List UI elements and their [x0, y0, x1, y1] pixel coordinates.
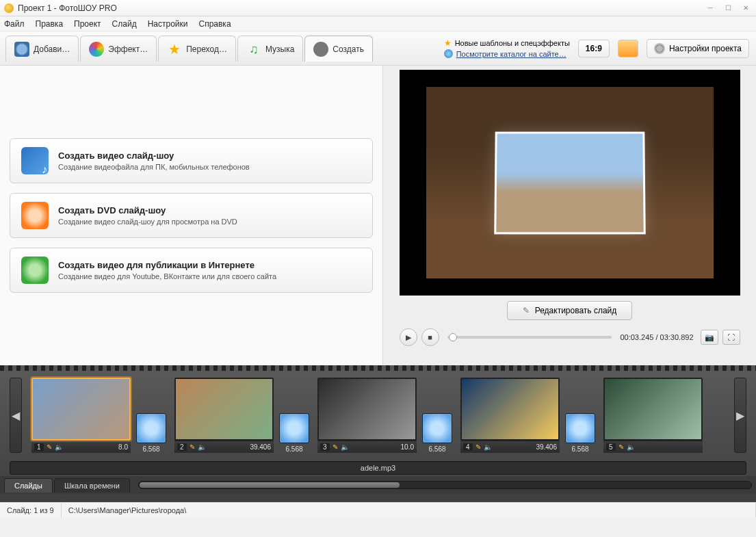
fullscreen-button[interactable]: ⛶ [722, 330, 740, 345]
create-dvd-title: Создать DVD слайд-шоу [58, 205, 237, 215]
menu-settings[interactable]: Настройки [148, 19, 188, 29]
maximize-button[interactable]: ☐ [720, 3, 735, 14]
slide-2-duration: 39.406 [250, 443, 271, 451]
create-video-desc: Создание видеофайла для ПК, мобильных те… [58, 163, 250, 171]
slide-1[interactable]: 1✎🔈8.0 [31, 378, 131, 453]
tab-transitions[interactable]: ★Переход… [158, 36, 236, 62]
status-bar: Слайд: 1 из 9 C:\Users\Manager\Pictures\… [0, 502, 756, 517]
edit-slide-button[interactable]: ✎Редактировать слайд [507, 301, 633, 320]
transition-3-duration: 6.568 [428, 445, 445, 453]
close-button[interactable]: ✕ [738, 3, 753, 14]
create-web-desc: Создание видео для Youtube, ВКонтакте ил… [58, 272, 276, 280]
hscroll-thumb[interactable] [140, 482, 400, 488]
sound-icon[interactable]: 🔈 [341, 443, 349, 451]
star-small-icon: ★ [444, 38, 452, 48]
menu-file[interactable]: Файл [4, 19, 25, 29]
slide-3-number: 3 [320, 443, 330, 451]
stop-button[interactable]: ■ [421, 328, 439, 346]
tab-effects-label: Эффект… [108, 44, 148, 54]
sound-icon[interactable]: 🔈 [198, 443, 206, 451]
slide-3-duration: 10.0 [401, 443, 414, 451]
tab-create[interactable]: Создать [304, 36, 373, 62]
menu-edit[interactable]: Правка [36, 19, 64, 29]
minimize-button[interactable]: ─ [703, 3, 718, 14]
sound-icon[interactable]: 🔈 [55, 443, 63, 451]
timeline-scroll-left[interactable]: ◀ [10, 378, 22, 453]
timeline-tabs: Слайды Шкала времени [0, 476, 756, 494]
menu-help[interactable]: Справка [198, 19, 231, 29]
sound-icon[interactable]: 🔈 [484, 443, 492, 451]
tab-music-label: Музыка [265, 44, 294, 54]
status-slide-count: Слайд: 1 из 9 [0, 503, 62, 517]
slide-5-number: 5 [606, 443, 616, 451]
slide-4-duration: 39.406 [536, 443, 557, 451]
palette-icon [89, 42, 104, 57]
preview-photo-frame [494, 132, 645, 235]
slide-2[interactable]: 2✎🔈39.406 [174, 378, 274, 453]
create-video-title: Создать видео слайд-шоу [58, 150, 250, 161]
menu-bar: Файл Правка Проект Слайд Настройки Справ… [0, 16, 756, 31]
slider-thumb[interactable] [449, 333, 457, 341]
create-dvd-desc: Создание видео слайд-шоу для просмотра н… [58, 218, 237, 226]
slide-3-thumb [317, 378, 417, 441]
edit-icon[interactable]: ✎ [333, 443, 338, 451]
create-web-card[interactable]: Создать видео для публикации в Интернете… [10, 248, 373, 293]
tab-add[interactable]: Добави… [5, 36, 79, 62]
filmstrip-top [0, 365, 756, 371]
window-title: Проект 1 - ФотоШОУ PRO [18, 3, 117, 13]
main-area: Создать видео слайд-шоу Создание видеофа… [0, 66, 756, 365]
timeline: ◀ 1✎🔈8.0 6.568 2✎🔈39.406 6.568 3✎🔈10.0 6… [0, 365, 756, 502]
edit-icon[interactable]: ✎ [47, 443, 52, 451]
menu-slide[interactable]: Слайд [112, 19, 137, 29]
transition-3[interactable]: 6.568 [421, 413, 454, 453]
tab-transitions-label: Переход… [186, 44, 227, 54]
slide-4[interactable]: 4✎🔈39.406 [460, 378, 560, 453]
sound-icon[interactable]: 🔈 [627, 443, 635, 451]
news-line-1: Новые шаблоны и спецэффекты [455, 39, 570, 47]
menu-project[interactable]: Проект [74, 19, 101, 29]
music-icon: ♫ [246, 42, 261, 57]
slide-3[interactable]: 3✎🔈10.0 [317, 378, 417, 453]
slide-1-thumb [31, 378, 131, 441]
app-icon [4, 3, 14, 13]
preview-panel: ✎Редактировать слайд ▶ ■ 00:03.245 / 03:… [383, 66, 756, 365]
slide-2-number: 2 [177, 443, 187, 451]
transition-4[interactable]: 6.568 [564, 413, 597, 453]
transition-4-duration: 6.568 [571, 445, 588, 453]
timeline-scroll-right[interactable]: ▶ [734, 378, 746, 453]
project-settings-button[interactable]: Настройки проекта [647, 39, 749, 58]
timeline-hscroll[interactable] [138, 481, 752, 489]
transition-3-thumb [422, 413, 452, 443]
video-icon [21, 147, 49, 174]
transition-2[interactable]: 6.568 [278, 413, 311, 453]
preview-viewport [400, 70, 740, 296]
tab-create-label: Создать [333, 44, 364, 54]
camera-icon [14, 42, 29, 57]
audio-track[interactable]: adele.mp3 [10, 461, 746, 475]
aspect-ratio-button[interactable]: 16:9 [578, 40, 610, 57]
play-button[interactable]: ▶ [400, 328, 417, 346]
slide-5[interactable]: 5✎🔈 [603, 378, 703, 453]
status-path: C:\Users\Manager\Pictures\города\ [62, 503, 756, 517]
tab-timeline-view[interactable]: Шкала времени [54, 478, 130, 493]
transition-1[interactable]: 6.568 [135, 413, 168, 453]
create-dvd-card[interactable]: Создать DVD слайд-шоу Создание видео сла… [10, 193, 373, 238]
audio-track-label: adele.mp3 [361, 464, 395, 472]
create-video-card[interactable]: Создать видео слайд-шоу Создание видеофа… [10, 138, 373, 183]
edit-icon[interactable]: ✎ [190, 443, 195, 451]
color-preset-button[interactable] [618, 40, 638, 57]
slide-2-thumb [174, 378, 274, 441]
tab-music[interactable]: ♫Музыка [237, 36, 303, 62]
snapshot-button[interactable]: 📷 [701, 330, 718, 345]
edit-icon[interactable]: ✎ [618, 443, 624, 451]
globe-icon [444, 49, 453, 58]
news-catalog-link[interactable]: Посмотрите каталог на сайте… [456, 50, 566, 58]
tab-effects[interactable]: Эффект… [80, 36, 157, 62]
tab-slides-view[interactable]: Слайды [4, 478, 53, 493]
film-reel-icon [313, 42, 328, 57]
playback-slider[interactable] [447, 336, 612, 339]
create-web-title: Создать видео для публикации в Интернете [58, 260, 276, 270]
edit-icon[interactable]: ✎ [475, 443, 481, 451]
transition-2-duration: 6.568 [285, 445, 302, 453]
transition-2-thumb [279, 413, 309, 443]
